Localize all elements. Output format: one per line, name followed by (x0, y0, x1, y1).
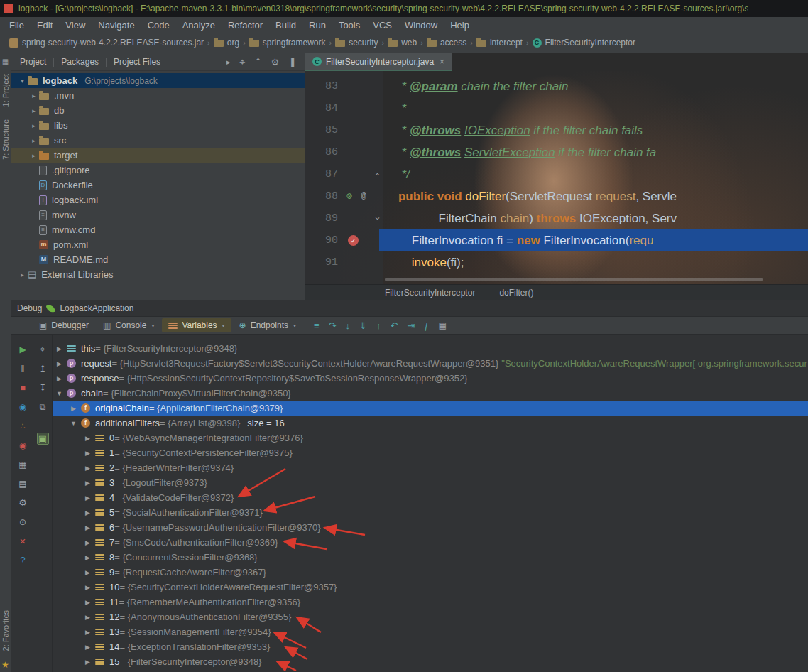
tree-item-pom-xml[interactable]: mpom.xml (11, 237, 305, 252)
horizontal-scrollbar[interactable] (385, 278, 763, 281)
variable-row-9[interactable]: ▶9 = {RequestCacheAwareFilter@9367} (53, 565, 808, 580)
variable-row-this[interactable]: ▶this = {FilterSecurityInterceptor@9348} (53, 341, 808, 356)
tree-item-libs[interactable]: ▸libs (11, 118, 305, 133)
variable-row-10[interactable]: ▶10 = {SecurityContextHolderAwareRequest… (53, 580, 808, 595)
grid-view-button[interactable]: ▦ (17, 458, 29, 470)
tool-button-structure[interactable]: 7: Structure (1, 119, 10, 160)
locate-button[interactable]: ⌖ (240, 57, 246, 67)
var-chevron-icon[interactable]: ▶ (82, 554, 93, 561)
tree-chevron-icon[interactable]: ▸ (28, 107, 39, 114)
tree-item-logback-iml[interactable]: Ilogback.iml (11, 193, 305, 207)
tree-chevron-icon[interactable]: ▸ (17, 271, 28, 278)
breadcrumb-item[interactable]: spring-security-web-4.2.2.RELEASE-source… (7, 38, 206, 48)
collapse-all-button[interactable]: ⌃ (254, 58, 261, 66)
var-chevron-icon[interactable]: ▶ (82, 435, 93, 442)
variable-row-chain[interactable]: ▼pchain = {FilterChainProxy$VirtualFilte… (53, 386, 808, 401)
var-chevron-icon[interactable]: ▶ (82, 450, 93, 457)
var-chevron-icon[interactable]: ▶ (82, 584, 93, 591)
breadcrumb-item[interactable]: intercept (474, 38, 525, 48)
var-chevron-icon[interactable]: ▶ (82, 629, 93, 636)
variable-row-response[interactable]: ▶presponse = {HttpSessionSecurityContext… (53, 371, 808, 386)
tree-chevron-icon[interactable]: ▸ (28, 152, 39, 159)
tree-chevron-icon[interactable]: ▸ (28, 92, 39, 99)
tree-item--gitignore[interactable]: .gitignore (11, 163, 305, 178)
tool-button-project[interactable]: 1: Project (1, 74, 10, 107)
settings-gear-button[interactable]: ⚙ (17, 497, 29, 509)
menu-item-navigate[interactable]: Navigate (92, 18, 141, 32)
editor-tab[interactable]: C FilterSecurityInterceptor.java × (305, 53, 452, 71)
show-execution-point-button[interactable]: ⌖ (37, 343, 49, 355)
tree-item-readme-md[interactable]: MREADME.md (11, 252, 305, 267)
tree-chevron-icon[interactable]: ▸ (28, 137, 39, 144)
var-chevron-icon[interactable]: ▶ (82, 644, 93, 651)
breadcrumb-item[interactable]: access (425, 38, 469, 48)
var-chevron-icon[interactable]: ▶ (82, 569, 93, 576)
tree-item-mvnw-cmd[interactable]: ≡mvnw.cmd (11, 222, 305, 237)
var-chevron-icon[interactable]: ▼ (68, 420, 79, 427)
var-chevron-icon[interactable]: ▶ (54, 375, 65, 382)
debug-tab-console[interactable]: ▥Console▾ (97, 318, 160, 332)
variable-row-6[interactable]: ▶6 = {UsernamePasswordAuthenticationFilt… (53, 520, 808, 535)
step-into-button[interactable]: ↓ (346, 321, 351, 330)
list-view-button[interactable]: ▤ (17, 477, 29, 489)
menu-item-vcs[interactable]: VCS (366, 18, 398, 32)
window-grid-icon[interactable]: ▦ (2, 58, 9, 65)
variable-row-0[interactable]: ▶0 = {WebAsyncManagerIntegrationFilter@9… (53, 430, 808, 445)
preview-image-button[interactable]: ▣ (37, 433, 49, 445)
variable-row-4[interactable]: ▶4 = {ValidateCodeFilter@9372} (53, 490, 808, 505)
variable-row-13[interactable]: ▶13 = {SessionManagementFilter@9354} (53, 624, 808, 639)
help-button[interactable]: ? (17, 554, 29, 566)
tree-item--mvn[interactable]: ▸.mvn (11, 88, 305, 103)
variable-row-3[interactable]: ▶3 = {LogoutFilter@9373} (53, 475, 808, 490)
debug-session-tab[interactable]: LogbackApplication (60, 303, 133, 313)
scroll-up-button[interactable]: ↥ (37, 362, 49, 374)
chevron-right-button[interactable]: ▸ (226, 58, 231, 66)
menu-item-window[interactable]: Window (398, 18, 444, 32)
variable-row-5[interactable]: ▶5 = {SocialAuthenticationFilter@9371} (53, 505, 808, 520)
menu-item-code[interactable]: Code (141, 18, 176, 32)
var-chevron-icon[interactable]: ▼ (54, 390, 65, 397)
breadcrumb-item[interactable]: security (333, 38, 380, 48)
scroll-down-button[interactable]: ↧ (37, 381, 49, 394)
drop-frame-button[interactable]: ↶ (390, 321, 398, 330)
menu-item-refactor[interactable]: Refactor (222, 18, 269, 32)
var-chevron-icon[interactable]: ▶ (82, 524, 93, 531)
breadcrumb-item[interactable]: springframework (247, 38, 328, 48)
variable-row-1[interactable]: ▶1 = {SecurityContextPersistenceFilter@9… (53, 445, 808, 460)
breakpoint-icon[interactable]: ✓ (348, 235, 359, 246)
hotswap-button[interactable]: ∴ (17, 420, 29, 432)
var-chevron-icon[interactable]: ▶ (68, 405, 79, 412)
record-button[interactable]: ◉ (17, 439, 29, 451)
debug-tab-variables[interactable]: Variables▾ (162, 318, 231, 332)
annotation-gutter-icon[interactable]: @ (358, 185, 369, 207)
tab-close-icon[interactable]: × (440, 57, 444, 67)
menu-item-file[interactable]: File (3, 18, 31, 32)
view-breakpoints-button[interactable]: ◉ (17, 401, 29, 413)
variable-row-11[interactable]: ▶11 = {RememberMeAuthenticationFilter@93… (53, 595, 808, 609)
debug-tab-endpoints[interactable]: ⊕Endpoints▾ (233, 318, 302, 332)
stop-button[interactable]: ■ (17, 381, 29, 394)
menu-item-run[interactable]: Run (302, 18, 332, 32)
step-out-button[interactable]: ↑ (376, 321, 381, 330)
override-gutter-icon[interactable]: ◎ (344, 185, 355, 207)
tree-item-db[interactable]: ▸db (11, 103, 305, 118)
breadcrumb-item[interactable]: org (212, 38, 241, 48)
step-over-button[interactable]: ↷ (329, 321, 337, 330)
tree-item-mvnw[interactable]: ≡mvnw (11, 207, 305, 222)
menu-item-analyze[interactable]: Analyze (176, 18, 222, 32)
variable-row-additionalFilters[interactable]: ▼fadditionalFilters = {ArrayList@9398} s… (53, 416, 808, 430)
menu-item-help[interactable]: Help (444, 18, 476, 32)
breadcrumb-method[interactable]: doFilter() (499, 288, 533, 298)
var-chevron-icon[interactable]: ▶ (82, 614, 93, 621)
force-step-into-button[interactable]: ⇓ (359, 321, 367, 330)
tree-item-src[interactable]: ▸src (11, 133, 305, 148)
menu-item-tools[interactable]: Tools (332, 18, 366, 32)
variable-row-2[interactable]: ▶2 = {HeaderWriterFilter@9374} (53, 460, 808, 475)
variable-row-8[interactable]: ▶8 = {ConcurrentSessionFilter@9368} (53, 550, 808, 565)
layout-settings-button[interactable]: ▦ (439, 321, 447, 330)
favorites-star-icon[interactable]: ★ (1, 660, 9, 670)
var-chevron-icon[interactable]: ▶ (82, 494, 93, 502)
var-chevron-icon[interactable]: ▶ (54, 345, 65, 352)
settings-button[interactable]: ⚙ (271, 58, 280, 67)
tool-button-favorites[interactable]: 2: Favorites (1, 610, 10, 651)
